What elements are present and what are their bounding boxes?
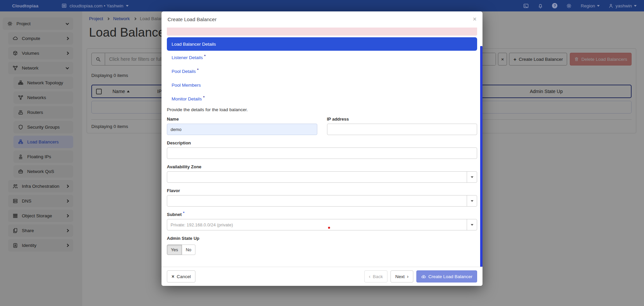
description-label: Description (167, 140, 477, 145)
flavor-label: Flavor (167, 188, 477, 193)
modal-title: Create Load Balancer (168, 16, 217, 22)
chevron-right-icon: › (407, 274, 409, 279)
chevron-down-icon[interactable] (467, 219, 477, 230)
ip-address-field[interactable] (327, 124, 477, 135)
step-listener-details[interactable]: Listener Details* (167, 51, 477, 64)
modal-scrollbar[interactable] (480, 46, 482, 267)
name-label: Name (167, 117, 317, 122)
admin-state-up-label: Admin State Up (167, 236, 477, 241)
admin-state-no-button[interactable]: No (182, 245, 195, 255)
top-navbar: Cloudtopiaa cloudtopiaa.com • Yashwin ? … (0, 0, 644, 11)
step-pool-members[interactable]: Pool Members (167, 78, 477, 92)
region-menu[interactable]: Region (581, 3, 600, 8)
required-asterisk: * (197, 68, 198, 72)
flavor-select[interactable] (167, 195, 477, 207)
create-load-balancer-modal: Create Load Balancer × Load Balancer Det… (162, 11, 482, 286)
region-label: Region (581, 3, 595, 8)
project-list-icon (61, 3, 67, 8)
availability-zone-select[interactable] (167, 171, 477, 183)
chevron-down-icon (634, 5, 637, 7)
chevron-left-icon: ‹ (369, 274, 371, 279)
next-button[interactable]: Next › (390, 270, 413, 282)
chevron-down-icon[interactable] (467, 172, 477, 182)
cloud-upload-icon (421, 274, 426, 279)
create-load-balancer-submit-button[interactable]: Create Load Balancer (416, 270, 477, 282)
user-label: yashwin (615, 3, 632, 8)
user-icon (608, 3, 613, 8)
modal-body: Load Balancer Details Listener Details* … (162, 28, 482, 255)
close-icon: × (172, 274, 174, 279)
modal-header: Create Load Balancer × (162, 11, 482, 27)
project-context-switcher[interactable]: cloudtopiaa.com • Yashwin (61, 3, 129, 8)
help-icon[interactable]: ? (552, 3, 557, 8)
description-field[interactable] (167, 147, 477, 159)
user-menu[interactable]: yashwin (608, 3, 637, 8)
bell-icon[interactable] (538, 3, 543, 9)
step-load-balancer-details[interactable]: Load Balancer Details (167, 37, 477, 51)
close-icon[interactable]: × (473, 16, 476, 22)
step-monitor-details[interactable]: Monitor Details* (167, 92, 477, 106)
subnet-select[interactable]: Private: 192.168.0.0/24 (private) (167, 219, 477, 230)
step-pool-details[interactable]: Pool Details* (167, 64, 477, 78)
modal-footer: × Cancel ‹ Back Next › Create Load Balan… (162, 267, 482, 286)
cancel-button[interactable]: × Cancel (167, 270, 195, 282)
ip-address-label: IP address (327, 117, 477, 122)
required-asterisk: * (203, 95, 204, 99)
chevron-down-icon (597, 5, 600, 7)
step-description: Provide the details for the load balance… (167, 107, 477, 112)
brand-logo[interactable]: Cloudtopiaa (12, 3, 38, 8)
admin-state-toggle: Yes No (167, 245, 477, 255)
red-dot-indicator (328, 227, 330, 229)
name-field[interactable] (167, 124, 317, 135)
required-asterisk: * (183, 211, 184, 215)
error-alert-partial (167, 28, 477, 36)
admin-state-yes-button[interactable]: Yes (167, 245, 182, 255)
required-asterisk: * (204, 54, 205, 58)
subnet-label: Subnet* (167, 212, 477, 217)
chevron-down-icon (126, 5, 129, 7)
context-label: cloudtopiaa.com • Yashwin (70, 3, 123, 8)
availability-zone-label: Availability Zone (167, 164, 477, 169)
back-button[interactable]: ‹ Back (364, 270, 388, 282)
terminal-icon[interactable] (523, 3, 529, 9)
chevron-down-icon[interactable] (467, 195, 477, 206)
subnet-placeholder: Private: 192.168.0.0/24 (private) (167, 222, 467, 227)
gear-icon[interactable] (566, 3, 572, 9)
